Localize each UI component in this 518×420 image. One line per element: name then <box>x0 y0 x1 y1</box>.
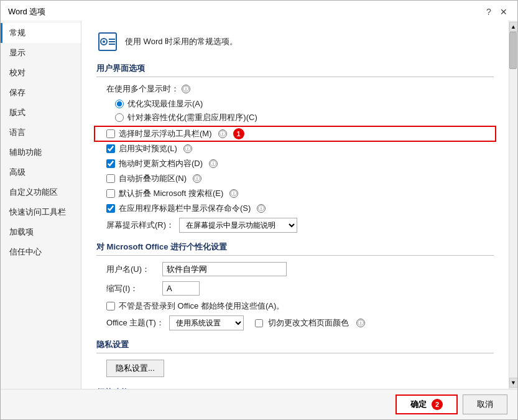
initials-row: 缩写(I)： <box>96 281 494 296</box>
dialog-title: Word 选项 <box>8 6 45 17</box>
update-doc-checkbox[interactable] <box>106 159 115 168</box>
floating-toolbar-info-icon[interactable]: ⓘ <box>218 129 227 138</box>
username-label: 用户名(U)： <box>106 264 156 275</box>
change-doc-color-info-icon[interactable]: ⓘ <box>356 319 365 327</box>
initials-input[interactable] <box>162 281 200 296</box>
ok-button[interactable]: 确定 2 <box>395 394 458 414</box>
main-content: 使用 Word 时采用的常规选项。 用户界面选项 在使用多个显示时： ⓘ 优化实… <box>81 21 509 389</box>
ui-section-title: 用户界面选项 <box>96 63 494 77</box>
theme-row: Office 主题(T)： 使用系统设置 彩色 深灰色 黑色 白色 切勿更改文档… <box>96 315 494 330</box>
sidebar-item-trust-center[interactable]: 信任中心 <box>1 242 81 262</box>
sidebar-item-general[interactable]: 常规 <box>1 23 81 43</box>
sidebar-item-customize-ribbon[interactable]: 自定义功能区 <box>1 182 81 202</box>
live-preview-info-icon[interactable]: ⓘ <box>183 144 192 153</box>
title-bar-controls: ? ✕ <box>483 6 510 18</box>
badge-1: 1 <box>233 128 244 139</box>
sidebar-item-display[interactable]: 显示 <box>1 43 81 63</box>
default-search-checkbox[interactable] <box>106 189 115 198</box>
close-button[interactable]: ✕ <box>497 6 510 18</box>
radio-best-display[interactable] <box>115 100 124 108</box>
live-preview-label: 启用实时预览(L) <box>119 143 177 154</box>
multi-display-info-icon[interactable]: ⓘ <box>182 85 190 93</box>
screentip-label: 屏幕提示样式(R)： <box>106 220 174 231</box>
radio-row-compat: 针对兼容性优化(需重启应用程序)(C) <box>115 112 494 123</box>
svg-point-2 <box>103 40 105 43</box>
radio-compat-label: 针对兼容性优化(需重启应用程序)(C) <box>127 112 257 123</box>
show-save-checkbox[interactable] <box>106 204 115 213</box>
privacy-section-title: 隐私设置 <box>96 339 494 353</box>
sidebar-item-accessibility[interactable]: 辅助功能 <box>1 142 81 162</box>
update-doc-info-icon[interactable]: ⓘ <box>209 159 218 168</box>
change-doc-color-checkbox[interactable] <box>255 319 263 327</box>
default-search-info-icon[interactable]: ⓘ <box>229 189 238 198</box>
dialog-footer: 确定 2 取消 <box>1 389 517 419</box>
username-input[interactable] <box>162 262 287 276</box>
sidebar-item-advanced[interactable]: 高级 <box>1 162 81 182</box>
scrollbar-thumb-track <box>509 32 517 378</box>
sidebar-item-save[interactable]: 保存 <box>1 83 81 103</box>
sidebar-item-layout[interactable]: 版式 <box>1 103 81 123</box>
word-options-dialog: Word 选项 ? ✕ 常规 显示 校对 保存 版式 语言 辅助功能 高级 自定… <box>0 0 518 420</box>
screentip-row: 屏幕提示样式(R)： 在屏幕提示中显示功能说明 不在屏幕提示中显示功能说明 不显… <box>96 218 494 233</box>
cancel-button[interactable]: 取消 <box>463 394 507 414</box>
radio-best-display-label: 优化实现最佳显示(A) <box>127 98 203 110</box>
radio-group: 优化实现最佳显示(A) 针对兼容性优化(需重启应用程序)(C) <box>96 98 494 123</box>
office-theme-select[interactable]: 使用系统设置 彩色 深灰色 黑色 白色 <box>169 315 244 330</box>
floating-toolbar-checkbox[interactable] <box>106 129 115 138</box>
screentip-select[interactable]: 在屏幕提示中显示功能说明 不在屏幕提示中显示功能说明 不显示屏幕提示 <box>179 218 297 233</box>
scrollbar-up-btn[interactable]: ▲ <box>509 22 518 32</box>
help-button[interactable]: ? <box>483 6 495 18</box>
update-doc-label: 拖动时更新文档内容(D) <box>119 158 203 169</box>
dialog-body: 常规 显示 校对 保存 版式 语言 辅助功能 高级 自定义功能区 快速访问工具栏… <box>1 21 517 389</box>
scrollbar-down-btn[interactable]: ▼ <box>509 378 518 388</box>
badge-2: 2 <box>432 399 443 410</box>
show-save-row: 在应用程序标题栏中显示保存命令(S) ⓘ <box>96 203 494 214</box>
initials-label: 缩写(I)： <box>106 283 156 294</box>
collapse-ribbon-label: 自动折叠功能区(N) <box>119 173 187 184</box>
live-preview-checkbox[interactable] <box>106 144 115 153</box>
floating-toolbar-label: 选择时显示浮动工具栏(M) <box>119 128 212 139</box>
leadership-section-title: 领英功能 <box>96 387 494 389</box>
title-bar: Word 选项 ? ✕ <box>1 1 517 21</box>
radio-compat[interactable] <box>115 113 124 122</box>
personalize-section-title: 对 Microsoft Office 进行个性化设置 <box>96 241 494 256</box>
show-save-label: 在应用程序标题栏中显示保存命令(S) <box>119 203 251 214</box>
live-preview-row: 启用实时预览(L) ⓘ <box>96 143 494 154</box>
always-use-label: 不管是否登录到 Office 都始终使用这些值(A)。 <box>119 301 284 312</box>
collapse-ribbon-row: 自动折叠功能区(N) ⓘ <box>96 173 494 184</box>
multi-display-label: 在使用多个显示时： <box>106 83 179 95</box>
always-use-checkbox[interactable] <box>106 302 115 310</box>
always-use-row: 不管是否登录到 Office 都始终使用这些值(A)。 <box>96 301 494 312</box>
collapse-ribbon-info-icon[interactable]: ⓘ <box>193 174 201 183</box>
default-search-label: 默认折叠 Microsoft 搜索框(E) <box>119 188 223 199</box>
multi-display-row: 在使用多个显示时： ⓘ <box>96 83 494 95</box>
section-description: 使用 Word 时采用的常规选项。 <box>125 36 238 47</box>
sidebar-item-quick-access[interactable]: 快速访问工具栏 <box>1 202 81 222</box>
sidebar-item-proofing[interactable]: 校对 <box>1 63 81 83</box>
collapse-ribbon-checkbox[interactable] <box>106 174 115 183</box>
username-row: 用户名(U)： <box>96 262 494 276</box>
scrollbar-track: ▲ ▼ <box>509 21 517 389</box>
sidebar-item-language[interactable]: 语言 <box>1 123 81 142</box>
general-icon <box>96 30 119 53</box>
office-theme-label: Office 主题(T)： <box>106 317 164 329</box>
sidebar: 常规 显示 校对 保存 版式 语言 辅助功能 高级 自定义功能区 快速访问工具栏… <box>1 21 81 389</box>
show-save-info-icon[interactable]: ⓘ <box>257 204 266 213</box>
change-doc-color-label: 切勿更改文档页面颜色 <box>268 317 349 329</box>
floating-toolbar-row: 选择时显示浮动工具栏(M) ⓘ 1 <box>96 128 494 139</box>
section-header: 使用 Word 时采用的常规选项。 <box>96 30 494 53</box>
radio-row-best-display: 优化实现最佳显示(A) <box>115 98 494 110</box>
scrollbar-thumb[interactable] <box>509 32 517 69</box>
sidebar-item-addins[interactable]: 加载项 <box>1 222 81 242</box>
ok-button-label: 确定 <box>410 399 427 409</box>
default-search-row: 默认折叠 Microsoft 搜索框(E) ⓘ <box>96 188 494 199</box>
privacy-settings-button[interactable]: 隐私设置... <box>106 360 164 377</box>
update-doc-row: 拖动时更新文档内容(D) ⓘ <box>96 158 494 169</box>
